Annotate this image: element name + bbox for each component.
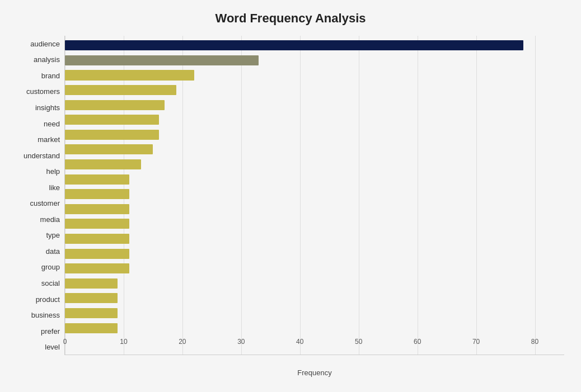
- bar-row-level: [65, 320, 564, 336]
- bar-row-need: [65, 112, 564, 127]
- x-tick-10: 10: [120, 338, 127, 346]
- y-label-social: social: [17, 280, 60, 287]
- bar-customers: [65, 85, 176, 95]
- y-label-customers: customers: [17, 88, 60, 95]
- bar-business: [65, 293, 118, 303]
- bar-row-data: [65, 232, 564, 247]
- x-tick-60: 60: [414, 338, 421, 346]
- chart-container: Word Frequency Analysis audienceanalysis…: [0, 0, 581, 392]
- x-tick-20: 20: [179, 338, 186, 346]
- x-tick-30: 30: [237, 338, 245, 346]
- y-label-like: like: [17, 184, 60, 191]
- y-label-product: product: [17, 296, 60, 303]
- x-axis-title: Frequency: [65, 369, 564, 377]
- y-label-level: level: [17, 343, 60, 351]
- bar-level: [65, 323, 118, 333]
- bar-row-insights: [65, 97, 564, 112]
- y-label-business: business: [17, 311, 60, 319]
- bar-brand: [65, 70, 194, 80]
- bar-row-customer: [65, 187, 564, 202]
- x-axis-labels: 01020304050607080: [65, 338, 564, 355]
- y-label-data: data: [17, 248, 60, 255]
- bar-data: [65, 234, 129, 244]
- chart-title: Word Frequency Analysis: [17, 11, 564, 26]
- bar-product: [65, 278, 118, 289]
- bar-like: [65, 174, 129, 185]
- bar-row-analysis: [65, 53, 564, 68]
- bar-audience: [65, 40, 523, 50]
- y-label-market: market: [17, 136, 60, 143]
- y-label-type: type: [17, 232, 60, 239]
- bar-group: [65, 249, 129, 259]
- bar-row-brand: [65, 68, 564, 83]
- y-label-insights: insights: [17, 104, 60, 111]
- bar-type: [65, 219, 129, 229]
- y-label-group: group: [17, 263, 60, 271]
- bar-insights: [65, 100, 165, 110]
- bar-customer: [65, 189, 129, 199]
- bar-social: [65, 263, 129, 273]
- bar-prefer: [65, 308, 118, 318]
- bar-row-help: [65, 157, 564, 172]
- x-tick-50: 50: [355, 338, 362, 346]
- bar-row-customers: [65, 83, 564, 98]
- chart-area: audienceanalysisbrandcustomersinsightsne…: [17, 36, 564, 355]
- bar-row-audience: [65, 38, 564, 53]
- plot-area: 01020304050607080 Frequency: [64, 36, 564, 355]
- y-label-media: media: [17, 216, 60, 223]
- bar-row-like: [65, 172, 564, 187]
- y-label-help: help: [17, 168, 60, 175]
- bar-understand: [65, 144, 153, 154]
- x-tick-70: 70: [472, 338, 480, 346]
- bar-analysis: [65, 55, 259, 65]
- y-label-audience: audience: [17, 40, 60, 48]
- y-labels: audienceanalysisbrandcustomersinsightsne…: [17, 36, 64, 355]
- bar-media: [65, 204, 129, 214]
- bar-row-media: [65, 202, 564, 217]
- bar-row-understand: [65, 142, 564, 157]
- bar-row-type: [65, 216, 564, 232]
- bar-row-product: [65, 276, 564, 291]
- y-label-prefer: prefer: [17, 328, 60, 335]
- bar-row-social: [65, 261, 564, 276]
- bar-market: [65, 130, 159, 140]
- x-tick-80: 80: [531, 338, 538, 346]
- y-label-understand: understand: [17, 152, 60, 159]
- bar-help: [65, 159, 141, 169]
- y-label-customer: customer: [17, 200, 60, 207]
- y-label-analysis: analysis: [17, 56, 60, 63]
- x-tick-40: 40: [296, 338, 303, 346]
- bar-row-business: [65, 291, 564, 306]
- y-label-brand: brand: [17, 72, 60, 79]
- x-tick-0: 0: [63, 338, 67, 346]
- bars-area: [65, 36, 564, 338]
- bar-row-prefer: [65, 306, 564, 321]
- bar-row-group: [65, 246, 564, 261]
- bar-row-market: [65, 127, 564, 143]
- y-label-need: need: [17, 120, 60, 127]
- bar-need: [65, 115, 159, 125]
